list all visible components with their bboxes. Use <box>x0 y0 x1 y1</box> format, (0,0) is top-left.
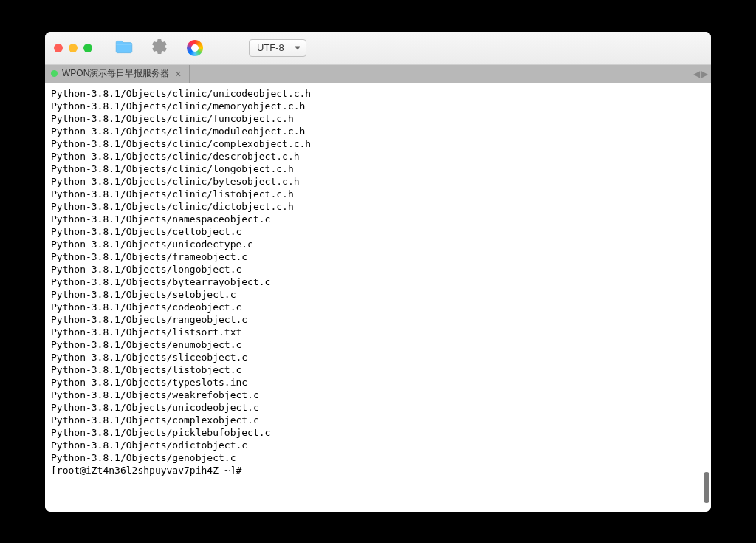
minimize-window-button[interactable] <box>69 44 78 52</box>
gear-icon <box>151 38 168 58</box>
settings-button[interactable] <box>148 37 171 59</box>
color-picker-button[interactable] <box>184 37 206 59</box>
tab-close-button[interactable]: × <box>173 69 182 79</box>
encoding-value: UTF-8 <box>257 42 284 53</box>
tabbar: WPON演示每日早报服务器 × ◀ ▶ <box>45 65 711 83</box>
encoding-select[interactable]: UTF-8 <box>249 39 306 57</box>
folder-button[interactable] <box>113 37 135 59</box>
tab-nav: ◀ ▶ <box>693 65 708 83</box>
traffic-lights <box>54 44 92 52</box>
tab-title: WPON演示每日早报服务器 <box>62 67 169 80</box>
cursor-icon <box>247 465 253 476</box>
tab-next-button[interactable]: ▶ <box>701 69 708 79</box>
close-window-button[interactable] <box>54 44 63 52</box>
titlebar: UTF-8 <box>45 32 711 65</box>
scrollbar[interactable] <box>702 83 709 512</box>
connection-status-icon <box>51 70 58 77</box>
color-wheel-icon <box>187 40 203 56</box>
terminal-area[interactable]: Python-3.8.1/Objects/clinic/unicodeobjec… <box>45 83 711 512</box>
tab-prev-button[interactable]: ◀ <box>693 69 700 79</box>
folder-icon <box>114 37 134 59</box>
scrollbar-thumb[interactable] <box>704 472 709 503</box>
tab-session[interactable]: WPON演示每日早报服务器 × <box>45 65 190 83</box>
terminal-window: UTF-8 WPON演示每日早报服务器 × ◀ ▶ Python-3.8.1/O… <box>45 32 711 512</box>
shell-prompt: [root@iZt4n36l2shpuyvav7pih4Z ~]# <box>51 465 247 476</box>
terminal-output: Python-3.8.1/Objects/clinic/unicodeobjec… <box>45 83 711 481</box>
maximize-window-button[interactable] <box>83 44 92 52</box>
